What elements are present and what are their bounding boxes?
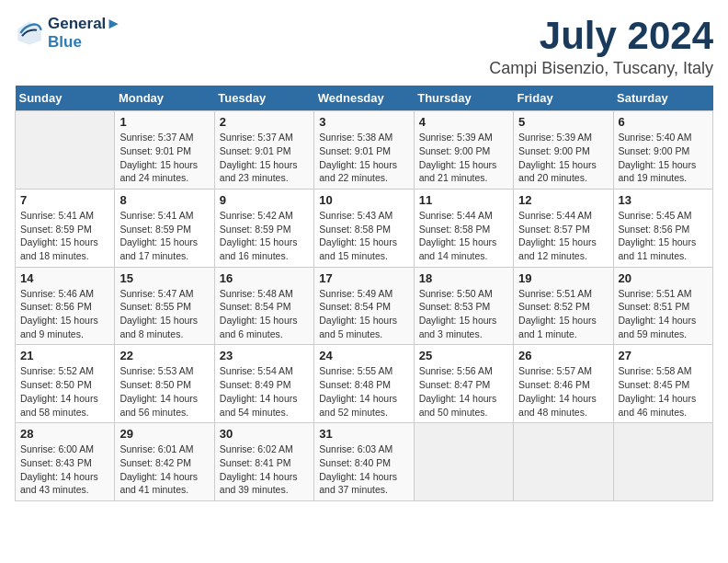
day-number: 16 bbox=[220, 271, 309, 285]
day-number: 29 bbox=[119, 427, 209, 441]
calendar-cell: 2Sunrise: 5:37 AM Sunset: 9:01 PM Daylig… bbox=[214, 111, 313, 190]
day-number: 2 bbox=[220, 115, 309, 129]
page-header: General► Blue July 2024 Campi Bisenzio, … bbox=[15, 15, 713, 78]
day-info: Sunrise: 6:02 AM Sunset: 8:41 PM Dayligh… bbox=[220, 442, 309, 497]
day-info: Sunrise: 5:39 AM Sunset: 9:00 PM Dayligh… bbox=[419, 131, 508, 185]
day-info: Sunrise: 5:45 AM Sunset: 8:56 PM Dayligh… bbox=[619, 209, 708, 263]
day-info: Sunrise: 5:46 AM Sunset: 8:56 PM Dayligh… bbox=[20, 287, 109, 341]
calendar-cell: 14Sunrise: 5:46 AM Sunset: 8:56 PM Dayli… bbox=[16, 267, 115, 345]
day-info: Sunrise: 5:44 AM Sunset: 8:57 PM Dayligh… bbox=[518, 209, 608, 263]
header-row: SundayMondayTuesdayWednesdayThursdayFrid… bbox=[16, 86, 713, 111]
calendar-cell: 4Sunrise: 5:39 AM Sunset: 9:00 PM Daylig… bbox=[414, 111, 513, 190]
calendar-cell: 19Sunrise: 5:51 AM Sunset: 8:52 PM Dayli… bbox=[514, 267, 613, 345]
calendar-cell: 30Sunrise: 6:02 AM Sunset: 8:41 PM Dayli… bbox=[214, 423, 313, 501]
week-row-2: 7Sunrise: 5:41 AM Sunset: 8:59 PM Daylig… bbox=[16, 189, 713, 267]
logo: General► Blue bbox=[15, 15, 121, 52]
day-number: 7 bbox=[20, 193, 109, 207]
day-info: Sunrise: 5:39 AM Sunset: 9:00 PM Dayligh… bbox=[518, 131, 608, 185]
calendar-cell: 25Sunrise: 5:56 AM Sunset: 8:47 PM Dayli… bbox=[414, 345, 513, 423]
day-number: 24 bbox=[319, 349, 408, 362]
calendar-cell: 12Sunrise: 5:44 AM Sunset: 8:57 PM Dayli… bbox=[514, 189, 613, 267]
day-number: 25 bbox=[419, 349, 508, 362]
calendar-cell: 31Sunrise: 6:03 AM Sunset: 8:40 PM Dayli… bbox=[314, 423, 414, 501]
day-number: 6 bbox=[619, 115, 708, 129]
day-number: 11 bbox=[419, 193, 508, 207]
day-number: 5 bbox=[518, 115, 608, 129]
week-row-1: 1Sunrise: 5:37 AM Sunset: 9:01 PM Daylig… bbox=[16, 111, 713, 190]
day-info: Sunrise: 5:58 AM Sunset: 8:45 PM Dayligh… bbox=[619, 364, 708, 419]
day-info: Sunrise: 6:00 AM Sunset: 8:43 PM Dayligh… bbox=[20, 442, 109, 497]
title-area: July 2024 Campi Bisenzio, Tuscany, Italy bbox=[489, 15, 713, 78]
calendar-cell: 6Sunrise: 5:40 AM Sunset: 9:00 PM Daylig… bbox=[613, 111, 712, 190]
calendar-cell: 17Sunrise: 5:49 AM Sunset: 8:54 PM Dayli… bbox=[314, 267, 414, 345]
day-info: Sunrise: 5:41 AM Sunset: 8:59 PM Dayligh… bbox=[119, 209, 209, 263]
day-info: Sunrise: 5:48 AM Sunset: 8:54 PM Dayligh… bbox=[220, 287, 309, 341]
day-info: Sunrise: 5:41 AM Sunset: 8:59 PM Dayligh… bbox=[20, 209, 109, 263]
calendar-cell: 1Sunrise: 5:37 AM Sunset: 9:01 PM Daylig… bbox=[115, 111, 214, 190]
day-number: 14 bbox=[20, 271, 109, 285]
logo-text: General► Blue bbox=[48, 15, 121, 52]
calendar-cell: 24Sunrise: 5:55 AM Sunset: 8:48 PM Dayli… bbox=[314, 345, 414, 423]
calendar-cell: 5Sunrise: 5:39 AM Sunset: 9:00 PM Daylig… bbox=[514, 111, 613, 190]
day-number: 27 bbox=[619, 349, 708, 362]
calendar-cell: 9Sunrise: 5:42 AM Sunset: 8:59 PM Daylig… bbox=[214, 189, 313, 267]
header-cell-tuesday: Tuesday bbox=[214, 86, 313, 111]
calendar-cell: 21Sunrise: 5:52 AM Sunset: 8:50 PM Dayli… bbox=[16, 345, 115, 423]
day-number: 4 bbox=[419, 115, 508, 129]
day-info: Sunrise: 5:43 AM Sunset: 8:58 PM Dayligh… bbox=[319, 209, 408, 263]
day-number: 1 bbox=[119, 115, 209, 129]
day-info: Sunrise: 5:54 AM Sunset: 8:49 PM Dayligh… bbox=[220, 364, 309, 419]
day-info: Sunrise: 6:03 AM Sunset: 8:40 PM Dayligh… bbox=[319, 442, 408, 497]
day-info: Sunrise: 5:53 AM Sunset: 8:50 PM Dayligh… bbox=[119, 364, 209, 419]
calendar-cell: 28Sunrise: 6:00 AM Sunset: 8:43 PM Dayli… bbox=[16, 423, 115, 501]
day-number: 10 bbox=[319, 193, 408, 207]
day-info: Sunrise: 5:52 AM Sunset: 8:50 PM Dayligh… bbox=[20, 364, 109, 419]
day-info: Sunrise: 5:51 AM Sunset: 8:51 PM Dayligh… bbox=[619, 287, 708, 341]
calendar-cell: 15Sunrise: 5:47 AM Sunset: 8:55 PM Dayli… bbox=[115, 267, 214, 345]
calendar-cell: 20Sunrise: 5:51 AM Sunset: 8:51 PM Dayli… bbox=[613, 267, 712, 345]
subtitle: Campi Bisenzio, Tuscany, Italy bbox=[489, 59, 713, 78]
calendar-cell bbox=[613, 423, 712, 501]
header-cell-wednesday: Wednesday bbox=[314, 86, 414, 111]
header-cell-saturday: Saturday bbox=[613, 86, 712, 111]
day-info: Sunrise: 6:01 AM Sunset: 8:42 PM Dayligh… bbox=[119, 442, 209, 497]
day-info: Sunrise: 5:38 AM Sunset: 9:01 PM Dayligh… bbox=[319, 131, 408, 185]
day-info: Sunrise: 5:57 AM Sunset: 8:46 PM Dayligh… bbox=[518, 364, 608, 419]
calendar-cell: 8Sunrise: 5:41 AM Sunset: 8:59 PM Daylig… bbox=[115, 189, 214, 267]
day-number: 12 bbox=[518, 193, 608, 207]
calendar-cell: 11Sunrise: 5:44 AM Sunset: 8:58 PM Dayli… bbox=[414, 189, 513, 267]
calendar-cell: 27Sunrise: 5:58 AM Sunset: 8:45 PM Dayli… bbox=[613, 345, 712, 423]
day-number: 15 bbox=[119, 271, 209, 285]
calendar-cell: 10Sunrise: 5:43 AM Sunset: 8:58 PM Dayli… bbox=[314, 189, 414, 267]
calendar-cell: 16Sunrise: 5:48 AM Sunset: 8:54 PM Dayli… bbox=[214, 267, 313, 345]
day-number: 9 bbox=[220, 193, 309, 207]
header-cell-sunday: Sunday bbox=[16, 86, 115, 111]
week-row-4: 21Sunrise: 5:52 AM Sunset: 8:50 PM Dayli… bbox=[16, 345, 713, 423]
day-number: 18 bbox=[419, 271, 508, 285]
day-number: 21 bbox=[20, 349, 109, 362]
day-number: 30 bbox=[220, 427, 309, 441]
calendar-cell: 29Sunrise: 6:01 AM Sunset: 8:42 PM Dayli… bbox=[115, 423, 214, 501]
day-number: 3 bbox=[319, 115, 408, 129]
day-info: Sunrise: 5:56 AM Sunset: 8:47 PM Dayligh… bbox=[419, 364, 508, 419]
calendar-cell: 23Sunrise: 5:54 AM Sunset: 8:49 PM Dayli… bbox=[214, 345, 313, 423]
header-cell-friday: Friday bbox=[514, 86, 613, 111]
day-info: Sunrise: 5:50 AM Sunset: 8:53 PM Dayligh… bbox=[419, 287, 508, 341]
calendar-cell: 13Sunrise: 5:45 AM Sunset: 8:56 PM Dayli… bbox=[613, 189, 712, 267]
calendar-cell bbox=[16, 111, 115, 190]
header-cell-thursday: Thursday bbox=[414, 86, 513, 111]
day-number: 31 bbox=[319, 427, 408, 441]
calendar-cell bbox=[514, 423, 613, 501]
day-info: Sunrise: 5:42 AM Sunset: 8:59 PM Dayligh… bbox=[220, 209, 309, 263]
calendar-cell: 7Sunrise: 5:41 AM Sunset: 8:59 PM Daylig… bbox=[16, 189, 115, 267]
day-number: 13 bbox=[619, 193, 708, 207]
calendar-table: SundayMondayTuesdayWednesdayThursdayFrid… bbox=[15, 86, 713, 501]
calendar-cell: 22Sunrise: 5:53 AM Sunset: 8:50 PM Dayli… bbox=[115, 345, 214, 423]
day-number: 22 bbox=[119, 349, 209, 362]
day-number: 8 bbox=[119, 193, 209, 207]
day-number: 19 bbox=[518, 271, 608, 285]
day-number: 17 bbox=[319, 271, 408, 285]
day-number: 23 bbox=[220, 349, 309, 362]
day-info: Sunrise: 5:40 AM Sunset: 9:00 PM Dayligh… bbox=[619, 131, 708, 185]
day-info: Sunrise: 5:55 AM Sunset: 8:48 PM Dayligh… bbox=[319, 364, 408, 419]
